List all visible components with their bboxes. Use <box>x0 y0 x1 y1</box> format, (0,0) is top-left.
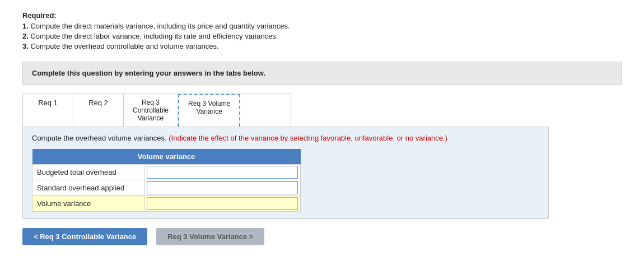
question-box-text: Complete this question by entering your … <box>32 69 265 77</box>
required-section: Required: 1. Compute the direct material… <box>22 11 622 50</box>
tab-req2[interactable]: Req 2 <box>73 94 124 127</box>
tab-req1-label: Req 1 <box>38 99 58 107</box>
item-1-num: 1. <box>22 22 29 30</box>
instruction-main-text: Compute the overhead volume variances. <box>32 134 167 142</box>
row-1-input[interactable] <box>147 166 298 179</box>
row-3-input-cell <box>144 196 301 212</box>
tab-req1[interactable]: Req 1 <box>23 94 73 127</box>
row-2-input-cell <box>144 180 301 196</box>
table-header: Volume variance <box>32 149 301 165</box>
tab-req3c[interactable]: Req 3 Controllable Variance <box>124 94 178 127</box>
tab-req3v[interactable]: Req 3 Volume Variance <box>178 94 240 127</box>
item-3-text: Compute the overhead controllable and vo… <box>30 42 218 50</box>
row-1-input-cell <box>144 165 301 180</box>
table-row: Budgeted total overhead <box>32 165 301 180</box>
next-button[interactable]: Req 3 Volume Variance > <box>156 228 264 245</box>
tab-req3v-line1: Req 3 Volume <box>188 100 230 108</box>
required-list: 1. Compute the direct materials variance… <box>22 22 622 50</box>
tab-req3c-line3: Variance <box>138 114 164 122</box>
row-3-input[interactable] <box>147 197 298 210</box>
instruction-main: Compute the overhead volume variances. (… <box>32 134 539 142</box>
item-2-num: 2. <box>22 32 29 40</box>
tab-content-area: Compute the overhead volume variances. (… <box>22 127 549 219</box>
required-item-1: 1. Compute the direct materials variance… <box>22 22 622 30</box>
tab-req2-label: Req 2 <box>88 99 108 107</box>
tabs-container: Req 1 Req 2 Req 3 Controllable Variance … <box>22 94 291 127</box>
variance-table-wrapper: Volume variance Budgeted total overhead … <box>32 149 301 212</box>
row-2-label: Standard overhead applied <box>32 180 144 196</box>
tab-req3c-line1: Req 3 <box>142 99 160 106</box>
row-2-input[interactable] <box>147 181 298 194</box>
required-item-3: 3. Compute the overhead controllable and… <box>22 42 622 50</box>
tab-req3v-line2: Variance <box>197 108 222 115</box>
question-box: Complete this question by entering your … <box>22 62 622 85</box>
instruction-sub-text: (Indicate the effect of the variance by … <box>169 134 447 142</box>
buttons-row: < Req 3 Controllable Variance Req 3 Volu… <box>22 228 622 245</box>
item-1-text: Compute the direct materials variance, i… <box>30 22 290 30</box>
prev-button[interactable]: < Req 3 Controllable Variance <box>22 228 147 245</box>
table-row-yellow: Volume variance <box>32 196 301 212</box>
required-heading: Required: <box>22 11 622 20</box>
item-2-text: Compute the direct labor variance, inclu… <box>30 32 278 40</box>
table-row: Standard overhead applied <box>32 180 301 196</box>
row-3-label: Volume variance <box>32 196 144 212</box>
item-3-num: 3. <box>22 42 29 50</box>
variance-table: Volume variance Budgeted total overhead … <box>32 149 301 212</box>
tab-req3c-line2: Controllable <box>133 106 169 114</box>
row-1-label: Budgeted total overhead <box>32 165 144 180</box>
required-item-2: 2. Compute the direct labor variance, in… <box>22 32 622 40</box>
